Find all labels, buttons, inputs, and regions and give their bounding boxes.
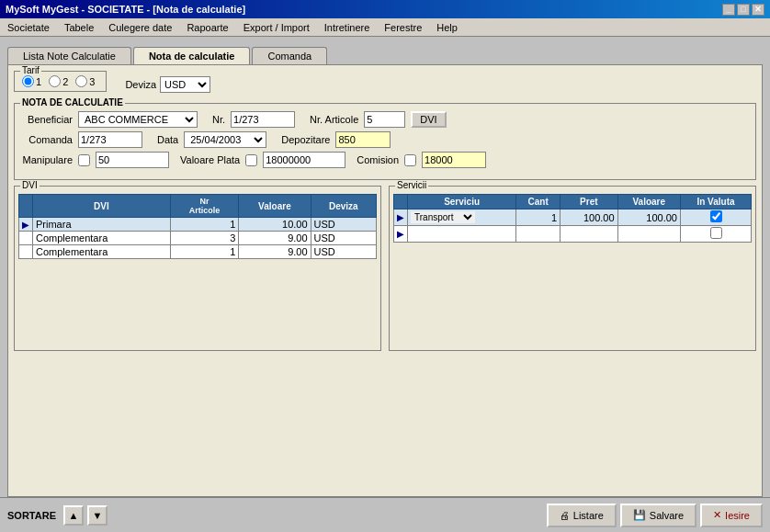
nr-label: Nr. [212,114,225,125]
dvi-table: DVI NrArticole Valoare Deviza ▶ Primara … [18,194,377,259]
bottom-bar: SORTARE ▲ ▼ 🖨 Listare 💾 Salvare ✕ Iesire [0,497,770,532]
dvi-cell-deviza: USD [311,218,376,232]
title-bar: MySoft MyGest - SOCIETATE - [Nota de cal… [0,0,770,18]
dvi-cell-valoare: 9.00 [239,245,311,259]
servicii-section: Servicii Serviciu Cant Pret Valoare In V… [389,186,756,351]
svc-col-in-valuta: In Valuta [681,195,752,209]
tarif-option-2[interactable]: 2 [49,75,68,87]
tab-bar: Lista Note Calculatie Nota de calculatie… [0,37,770,64]
dvi-cell-dvi: Complementara [33,232,171,245]
in-valuta-checkbox[interactable] [710,210,722,222]
form-row-2: Comanda Data 25/04/2003 Depozitare [22,131,748,148]
menu-societate[interactable]: Societate [4,21,53,34]
dvi-table-row[interactable]: ▶ Primara 1 10.00 USD [19,218,377,232]
svc-col-valoare: Valoare [617,195,680,209]
manipulare-input[interactable] [96,152,169,168]
valoare-plata-checkbox[interactable] [245,154,257,166]
maximize-button[interactable]: □ [737,4,750,16]
data-select[interactable]: 25/04/2003 [184,131,266,148]
form-row-3: Manipulare Valoare Plata Comision [22,152,748,168]
svc-cell-pret: 100.00 [561,209,617,226]
save-icon: 💾 [633,509,646,521]
dvi-cell-valoare: 10.00 [239,218,311,232]
menu-intretinere[interactable]: Intretinere [321,21,374,34]
svc-cell-valoare: 100.00 [617,209,680,226]
tarif-option-3[interactable]: 3 [75,75,95,87]
svc-cell-valoare [617,226,680,243]
tarif-radio-1[interactable] [22,75,34,87]
nr-articole-input[interactable] [364,111,405,128]
sort-up-button[interactable]: ▲ [63,505,84,526]
depozitare-label: Depozitare [281,134,330,145]
iesire-label: Iesire [725,510,750,521]
tarif-radio-3[interactable] [75,75,87,87]
deviza-label: Deviza [125,79,156,90]
menu-culegere-date[interactable]: Culegere date [105,21,176,34]
menu-rapoarte[interactable]: Rapoarte [183,21,232,34]
listare-label: Listare [573,510,604,521]
sort-down-button[interactable]: ▼ [87,505,108,526]
manipulare-checkbox[interactable] [78,154,90,166]
listare-button[interactable]: 🖨 Listare [547,504,617,527]
tarif-radio-group: 1 2 3 [22,75,95,87]
nota-calculatie-section: NOTA DE CALCULATIE Beneficiar ABC COMMER… [14,103,756,180]
svc-cell-cant [516,226,561,243]
dvi-cell-nr: 1 [170,218,239,232]
printer-icon: 🖨 [560,510,570,521]
bottom-sections: DVI DVI NrArticole Valoare Deviza ▶ Pr [14,186,756,351]
svc-cell-cant: 1 [516,209,561,226]
tab-comanda[interactable]: Comanda [252,47,327,64]
dvi-table-row[interactable]: Complementara 3 9.00 USD [19,232,377,245]
tab-nota-calculatie[interactable]: Nota de calculatie [133,47,251,64]
row-arrow [19,232,33,245]
in-valuta-checkbox[interactable] [710,227,722,239]
menu-tabele[interactable]: Tabele [61,21,97,34]
valoare-plata-input[interactable] [263,152,345,168]
dvi-col-dvi: DVI [33,195,171,218]
svc-cell-in-valuta[interactable] [681,209,752,226]
servicii-section-label: Servicii [395,180,428,190]
depozitare-input[interactable] [335,131,391,148]
dvi-cell-valoare: 9.00 [239,232,311,245]
servicii-table-row[interactable]: ▶ Transport 1 100.00 100.00 [394,209,752,226]
menu-export-import[interactable]: Export / Import [240,21,313,34]
dvi-section: DVI DVI NrArticole Valoare Deviza ▶ Pr [14,186,381,351]
serviciu-select[interactable]: Transport [411,211,475,223]
beneficiar-select[interactable]: ABC COMMERCE [78,111,198,128]
deviza-select[interactable]: USD EUR RON [160,76,210,93]
close-window-button[interactable]: ✕ [752,4,764,16]
minimize-button[interactable]: _ [722,4,735,16]
dvi-table-row[interactable]: Complementara 1 9.00 USD [19,245,377,259]
salvare-button[interactable]: 💾 Salvare [620,504,696,527]
dvi-col-nr-articole: NrArticole [170,195,239,218]
nr-input[interactable] [231,111,295,128]
tarif-radio-2[interactable] [49,75,61,87]
tarif-option-1[interactable]: 1 [22,75,41,87]
dvi-cell-deviza: USD [311,232,376,245]
tab-lista-note[interactable]: Lista Note Calculatie [7,47,131,64]
menu-help[interactable]: Help [433,21,461,34]
tarif-label-1: 1 [36,76,41,87]
svc-col-serviciu: Serviciu [408,195,516,209]
iesire-button[interactable]: ✕ Iesire [700,504,763,527]
app-window: MySoft MyGest - SOCIETATE - [Nota de cal… [0,0,770,532]
row-arrow [19,245,33,259]
comision-checkbox[interactable] [404,154,416,166]
dvi-button[interactable]: DVI [411,111,446,128]
row-arrow: ▶ [394,226,408,243]
dvi-cell-nr: 1 [170,245,239,259]
svc-cell-in-valuta[interactable] [681,226,752,243]
exit-icon: ✕ [713,509,721,521]
beneficiar-label: Beneficiar [22,114,73,125]
menu-ferestre[interactable]: Ferestre [380,21,425,34]
main-content: Tarif 1 2 3 Deviza [7,64,763,497]
menu-bar: Societate Tabele Culegere date Rapoarte … [0,18,770,37]
comanda-input[interactable] [78,131,142,148]
tarif-label-2: 2 [62,76,68,87]
comision-input[interactable] [422,152,486,168]
servicii-table-row[interactable]: ▶ [394,226,752,243]
valoare-plata-label: Valoare Plata [180,154,240,165]
dvi-col-arrow [19,195,33,218]
form-row-1: Beneficiar ABC COMMERCE Nr. Nr. Articole… [22,111,748,128]
dvi-cell-dvi: Primara [33,218,171,232]
